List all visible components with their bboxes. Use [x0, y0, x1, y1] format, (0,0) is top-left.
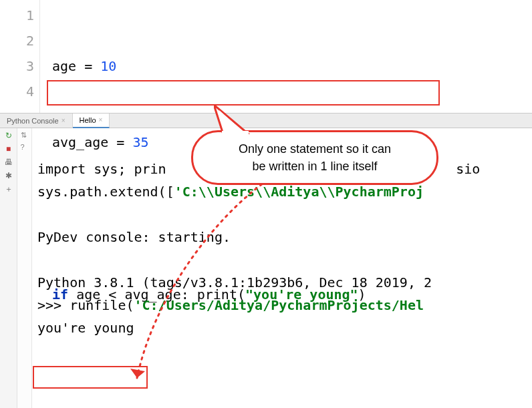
tab-python-console[interactable]: Python Console × [0, 114, 73, 128]
console-toolbar-left: ↻ ■ 🖶 ✱ ＋ [0, 128, 17, 408]
callout-text: Only one statement so it can [211, 140, 419, 158]
line-number: 4 [0, 79, 34, 104]
code-area[interactable]: age = 10 avg_age = 35 if age < avg_age: … [40, 0, 373, 113]
line-number: 2 [0, 28, 34, 53]
callout-text: be written in 1 line itself [211, 158, 419, 175]
line-gutter: 1 2 3 4 [0, 0, 40, 113]
toggle-icon[interactable]: ⇅ [21, 131, 29, 139]
settings-icon[interactable]: ✱ [4, 171, 13, 180]
add-icon[interactable]: ＋ [4, 184, 13, 194]
tab-hello[interactable]: Hello × [73, 114, 110, 128]
code-line-1: age = 10 [52, 53, 366, 79]
close-icon[interactable]: × [99, 113, 103, 128]
print-icon[interactable]: 🖶 [4, 158, 13, 167]
close-icon[interactable]: × [61, 114, 65, 128]
code-editor[interactable]: 1 2 3 4 age = 10 avg_age = 35 if age < a… [0, 0, 532, 114]
console-toolbar-inner: ⇅ ? [17, 128, 32, 408]
console-line: Python 3.8.1 (tags/v3.8.1:1b293b6, Dec 1… [37, 274, 432, 290]
line-number: 3 [0, 53, 34, 79]
line-number: 1 [0, 3, 34, 28]
annotation-callout: Only one statement so it can be written … [191, 130, 438, 185]
rerun-icon[interactable]: ↻ [4, 131, 13, 140]
help-icon[interactable]: ? [21, 143, 29, 151]
tail-mask [222, 131, 249, 135]
console-output-line: you're young [37, 320, 134, 336]
tab-label: Hello [80, 113, 96, 128]
console-line: PyDev console: starting. [37, 229, 231, 245]
console-line: sys.path.extend(['C:\\Users\\Aditya\\Pyc… [37, 184, 424, 200]
console-line: >>> runfile('C:/Users/Aditya/PycharmProj… [37, 297, 424, 313]
stop-icon[interactable]: ■ [4, 144, 13, 154]
tab-label: Python Console [7, 114, 59, 128]
